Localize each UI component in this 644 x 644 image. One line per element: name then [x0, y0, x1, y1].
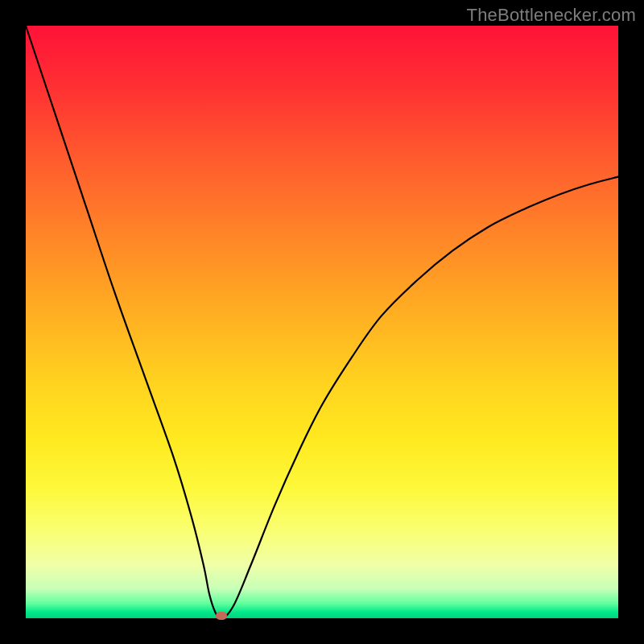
bottleneck-curve: [26, 26, 618, 618]
minimum-marker: [216, 612, 227, 620]
watermark-text: TheBottlenecker.com: [467, 5, 636, 26]
chart-frame: TheBottlenecker.com: [0, 0, 644, 644]
